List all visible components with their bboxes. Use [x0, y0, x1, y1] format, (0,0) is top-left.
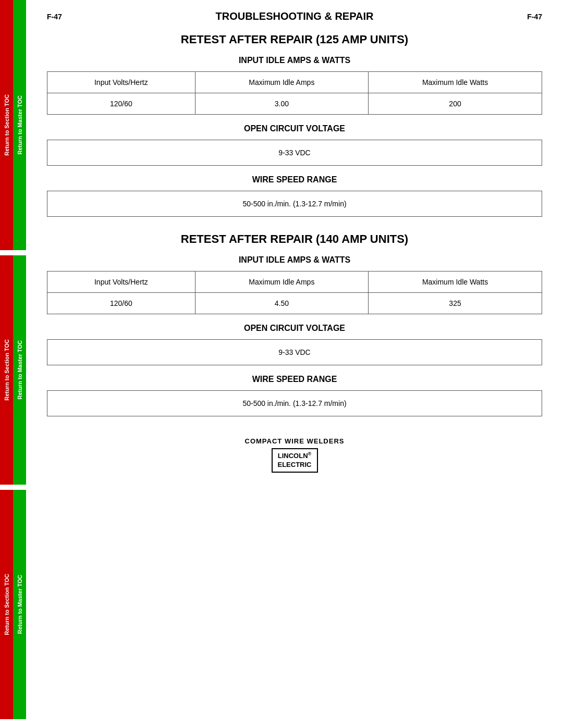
master-toc-bar-2[interactable]: Return to Master TOC — [17, 340, 23, 399]
logo-text-line1: LINCOLN — [278, 452, 308, 460]
lincoln-logo: LINCOLN® ELECTRIC — [272, 448, 318, 473]
table2-cell-volts: 120/60 — [47, 293, 195, 314]
table2-header-watts: Maximum Idle Watts — [369, 272, 542, 293]
footer-brand: COMPACT WIRE WELDERS — [47, 437, 542, 445]
section2-idle-table: Input Volts/Hertz Maximum Idle Amps Maxi… — [47, 271, 542, 314]
master-toc-bar-3[interactable]: Return to Master TOC — [17, 575, 23, 634]
page-title: TROUBLESHOOTING & REPAIR — [62, 10, 527, 22]
section-toc-bar-1[interactable]: Return to Section TOC — [4, 94, 10, 156]
section-toc-bar-2[interactable]: Return to Section TOC — [4, 339, 10, 401]
section2-wsr-value: 50-500 in./min. (1.3-12.7 m/min) — [47, 390, 542, 416]
table-row: 120/60 4.50 325 — [47, 293, 542, 314]
master-toc-bar-1[interactable]: Return to Master TOC — [17, 95, 23, 154]
table1-header-watts: Maximum Idle Watts — [369, 72, 542, 93]
section-toc-bar-3[interactable]: Return to Section TOC — [4, 574, 10, 635]
page-number-right: F-47 — [527, 13, 542, 21]
table1-cell-volts: 120/60 — [47, 93, 195, 115]
section1-wsr-subtitle: WIRE SPEED RANGE — [47, 175, 542, 184]
section2-ocv-value: 9-33 VDC — [47, 339, 542, 365]
page-header: F-47 TROUBLESHOOTING & REPAIR F-47 — [47, 10, 542, 22]
logo-reg: ® — [308, 451, 312, 456]
table1-cell-watts: 200 — [369, 93, 542, 115]
section1-title: RETEST AFTER REPAIR (125 AMP UNITS) — [47, 33, 542, 46]
table2-cell-amps: 4.50 — [195, 293, 368, 314]
table1-header-amps: Maximum Idle Amps — [195, 72, 368, 93]
table2-header-amps: Maximum Idle Amps — [195, 272, 368, 293]
table2-header-volts: Input Volts/Hertz — [47, 272, 195, 293]
section1-idle-table: Input Volts/Hertz Maximum Idle Amps Maxi… — [47, 71, 542, 115]
table-row: 120/60 3.00 200 — [47, 93, 542, 115]
logo-text-line2: ELECTRIC — [278, 461, 312, 468]
section1-idle-subtitle: INPUT IDLE AMPS & WATTS — [47, 56, 542, 65]
section2-wsr-subtitle: WIRE SPEED RANGE — [47, 375, 542, 384]
section1-ocv-subtitle: OPEN CIRCUIT VOLTAGE — [47, 124, 542, 133]
table1-cell-amps: 3.00 — [195, 93, 368, 115]
section2-title: RETEST AFTER REPAIR (140 AMP UNITS) — [47, 232, 542, 246]
table1-header-volts: Input Volts/Hertz — [47, 72, 195, 93]
page-footer: COMPACT WIRE WELDERS LINCOLN® ELECTRIC — [47, 432, 542, 473]
table2-cell-watts: 325 — [369, 293, 542, 314]
section2-idle-subtitle: INPUT IDLE AMPS & WATTS — [47, 255, 542, 265]
section1-ocv-value: 9-33 VDC — [47, 140, 542, 166]
section2-ocv-subtitle: OPEN CIRCUIT VOLTAGE — [47, 324, 542, 333]
section1-wsr-value: 50-500 in./min. (1.3-12.7 m/min) — [47, 191, 542, 217]
page-number-left: F-47 — [47, 13, 62, 21]
